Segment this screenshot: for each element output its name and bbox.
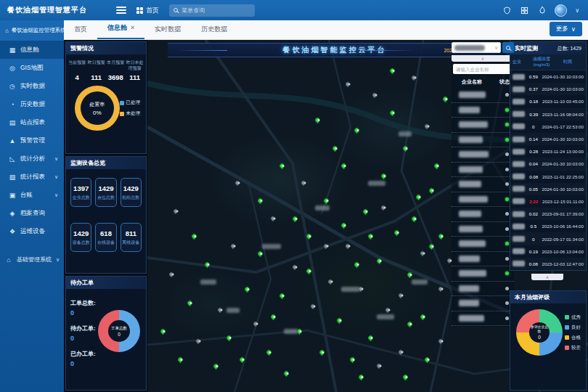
enterprise-list-collapse[interactable]: ∧	[452, 55, 514, 62]
sidebar-item-基础管理系统[interactable]: ⌂基础管理系统∨	[0, 250, 64, 269]
realtime-row[interactable]: 0.082023-12-03 12:47:00	[510, 258, 586, 270]
enterprise-name-search[interactable]	[453, 64, 513, 74]
sidebar-item-统计分析[interactable]: ◺统计分析∨	[0, 150, 64, 168]
enterprise-row[interactable]	[452, 118, 514, 133]
enterprise-row[interactable]	[452, 147, 514, 163]
legend-label: 已处理	[126, 99, 141, 106]
enterprise-name-blurred	[459, 181, 481, 187]
enterprise-row[interactable]	[452, 103, 514, 118]
realtime-row[interactable]: 0.022023-09-01 17:39:00	[510, 208, 586, 220]
device-card-机组总数[interactable]: 1429机组总数	[121, 178, 142, 207]
tab-label: 信息舱	[107, 24, 127, 31]
enterprise-row[interactable]	[452, 133, 514, 148]
shield-icon[interactable]	[502, 6, 512, 15]
realtime-row[interactable]: 02022-09-17 01:34:00	[510, 232, 586, 245]
flame-icon[interactable]	[537, 6, 547, 15]
device-card-点位总数[interactable]: 1429点位总数	[95, 178, 116, 207]
enterprise-row[interactable]	[452, 252, 514, 267]
sidebar-item-统计报表[interactable]: ▧统计报表∨	[0, 168, 64, 186]
sidebar-item-GIS地图[interactable]: ◎GIS地图	[0, 59, 64, 77]
sidebar-item-icon: ▣	[9, 192, 16, 199]
realtime-row[interactable]: 0.592024-01-30 10:03:00	[510, 70, 586, 83]
more-button[interactable]: 更多∨	[550, 22, 582, 36]
map-place-label-blurred	[399, 131, 412, 136]
reading-time: 2024-01-30 10:03:00	[542, 74, 584, 79]
reading-time: 2022-09-17 01:34:00	[542, 237, 584, 242]
concentration-value: 0.08	[525, 174, 542, 179]
sidebar-group-restaurant-system[interactable]: ⌂ 餐饮油烟监控管理系统 ∧	[0, 20, 64, 41]
realtime-row[interactable]: 2.222023-12-15 01:11:00	[510, 195, 586, 208]
sidebar-item-预警管理[interactable]: ▲预警管理	[0, 131, 64, 150]
enterprise-list-panel: ∧ 企业名称 状态	[452, 55, 514, 327]
enterprise-row[interactable]	[452, 177, 514, 192]
user-avatar[interactable]	[555, 4, 567, 17]
realtime-enterprise-blurred	[513, 161, 525, 167]
realtime-panel-collapse[interactable]: ∧	[531, 274, 563, 280]
enterprise-row[interactable]	[452, 222, 514, 237]
alert-stat-label: 昨日未处理预警	[126, 60, 145, 72]
sidebar-item-档案查询[interactable]: ◈档案查询	[0, 204, 64, 222]
sidebar-item-历史数据[interactable]: ◔历史数据	[0, 95, 64, 113]
concentration-value: 0.5	[525, 224, 542, 229]
enterprise-row[interactable]	[452, 88, 514, 103]
tab-首页[interactable]: 首页	[64, 20, 97, 39]
realtime-row[interactable]: 0.052024-01-30 10:03:00	[510, 183, 586, 195]
enterprise-row[interactable]	[452, 163, 514, 178]
menu-search-input[interactable]	[181, 7, 247, 14]
status-dot-offline	[505, 301, 509, 305]
realtime-row[interactable]: 0.082023-11-01 22:25:00	[510, 171, 586, 183]
enterprise-table-header: 企业名称 状态	[452, 76, 514, 88]
realtime-row[interactable]: 0.042024-01-30 10:03:00	[510, 158, 586, 170]
realtime-row[interactable]: 0.372024-01-30 10:03:00	[510, 83, 586, 95]
sidebar-item-台账[interactable]: ▣台账∨	[0, 186, 64, 204]
device-card-设备总数[interactable]: 1429设备总数	[70, 223, 91, 252]
enterprise-row[interactable]	[452, 282, 514, 297]
realtime-row[interactable]: 0.282023-11-24 13:00:00	[510, 145, 586, 158]
enterprise-row[interactable]	[452, 266, 514, 282]
enterprise-name-input[interactable]	[456, 67, 510, 72]
breadcrumb-home-label: 首页	[146, 6, 159, 15]
menu-toggle-icon[interactable]	[116, 7, 126, 14]
enterprise-row[interactable]	[452, 192, 514, 208]
device-card-企业总数[interactable]: 1397企业总数	[70, 178, 91, 207]
fullscreen-icon[interactable]	[520, 6, 529, 15]
status-dot-online	[505, 271, 509, 275]
sidebar-item-label: 档案查询	[20, 209, 45, 218]
realtime-enterprise-blurred	[513, 111, 525, 117]
enterprise-row[interactable]	[452, 311, 514, 327]
sidebar-item-运维设备[interactable]: ❖运维设备	[0, 222, 64, 240]
realtime-row[interactable]: 0.392023-11-16 08:04:00	[510, 108, 586, 121]
realtime-row[interactable]: 0.192023-10-06 13:04:00	[510, 245, 586, 258]
workorder-donut: 工单总数 0	[98, 310, 140, 352]
realtime-row[interactable]: 0.142024-01-30 10:03:00	[510, 133, 586, 145]
breadcrumb-home[interactable]: 首页	[136, 6, 159, 15]
sidebar-item-实时数据[interactable]: ◷实时数据	[0, 77, 64, 95]
enterprise-row[interactable]	[452, 207, 514, 222]
alert-stat-label: 本月预警	[106, 60, 126, 72]
sidebar-item-icon: ❖	[9, 228, 16, 235]
tab-实时数据[interactable]: 实时数据	[144, 20, 191, 39]
user-menu-chevron-icon[interactable]: ∨	[575, 7, 579, 14]
legend-item-优秀: 优秀	[565, 314, 581, 321]
enterprise-row[interactable]	[452, 237, 514, 252]
device-card-label: 设备总数	[72, 240, 90, 246]
enterprise-search-button[interactable]	[502, 42, 514, 53]
enterprise-filter-select[interactable]: ∨	[452, 42, 501, 53]
tab-close-icon[interactable]: ×	[131, 24, 134, 31]
status-dot-online	[505, 108, 509, 112]
sidebar-item-label: 运维设备	[20, 227, 45, 236]
realtime-row[interactable]: 0.182023-11-10 03:45:00	[510, 95, 586, 107]
tab-历史数据[interactable]: 历史数据	[191, 20, 237, 39]
device-card-在线设备[interactable]: 618在线设备	[95, 223, 116, 252]
sidebar-item-站点报表[interactable]: ▤站点报表	[0, 113, 64, 131]
enterprise-row[interactable]	[452, 296, 514, 311]
concentration-value: 0.19	[525, 249, 542, 254]
menu-search[interactable]	[169, 4, 255, 17]
realtime-row[interactable]: 0.52023-10-06 16:44:00	[510, 220, 586, 232]
realtime-row[interactable]: 02024-01-17 22:53:00	[510, 121, 586, 133]
sidebar-item-icon: ▦	[9, 46, 16, 54]
status-dot-offline	[505, 257, 509, 261]
tab-信息舱[interactable]: 信息舱×	[97, 19, 144, 39]
device-card-离线设备[interactable]: 811离线设备	[121, 223, 142, 252]
sidebar-item-信息舱[interactable]: ▦信息舱	[0, 41, 64, 59]
